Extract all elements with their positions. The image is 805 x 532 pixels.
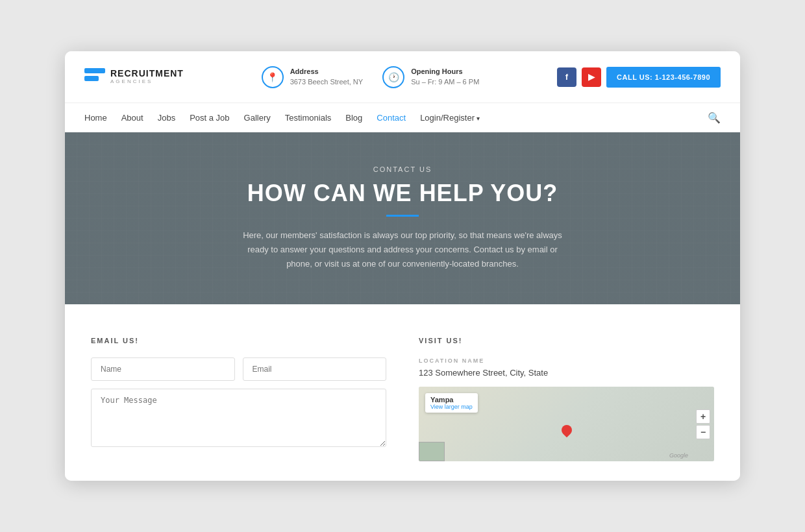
facebook-button[interactable]: f <box>557 67 576 87</box>
form-section-title: EMAIL US! <box>91 337 386 345</box>
location-icon: 📍 <box>262 66 284 88</box>
nav-items: Home About Jobs Post a Job Gallery Testi… <box>84 113 708 123</box>
logo-text: RECRUITMENT AGENCIES <box>110 69 184 84</box>
site-header: RECRUITMENT AGENCIES 📍 Address 3673 Beec… <box>65 51 740 103</box>
nav-gallery[interactable]: Gallery <box>244 113 271 123</box>
logo[interactable]: RECRUITMENT AGENCIES <box>84 68 184 86</box>
hero-section: CONTACT US HOW CAN WE HELP YOU? Here, ou… <box>65 132 740 304</box>
hero-title: HOW CAN WE HELP YOU? <box>234 180 571 207</box>
nav-post-job[interactable]: Post a Job <box>190 113 229 123</box>
search-icon[interactable]: 🔍 <box>708 112 721 124</box>
map-place-label: Yampa View larger map <box>425 393 478 413</box>
nav-about[interactable]: About <box>121 113 143 123</box>
hero-label: CONTACT US <box>234 165 571 173</box>
hero-content: CONTACT US HOW CAN WE HELP YOU? Here, ou… <box>234 165 571 271</box>
content-section: EMAIL US! VISIT US! LOCATION NAME 123 So… <box>65 304 740 481</box>
email-input[interactable] <box>243 357 387 381</box>
hero-divider <box>386 215 419 217</box>
form-name-email-row <box>91 357 386 381</box>
hours-info: 🕐 Opening Hours Su – Fr: 9 AM – 6 PM <box>382 66 479 88</box>
map-pin <box>560 425 573 442</box>
location-label: LOCATION NAME <box>419 357 714 364</box>
address-info: 📍 Address 3673 Beech Street, NY <box>262 66 364 88</box>
logo-icon <box>84 68 105 86</box>
zoom-in-button[interactable]: + <box>696 409 710 424</box>
nav-contact[interactable]: Contact <box>377 113 406 123</box>
nav-testimonials[interactable]: Testimonials <box>285 113 332 123</box>
header-right: f ▶ CALL US: 1-123-456-7890 <box>557 67 721 88</box>
brand-sub: AGENCIES <box>110 79 184 85</box>
nav-jobs[interactable]: Jobs <box>158 113 175 123</box>
main-nav: Home About Jobs Post a Job Gallery Testi… <box>65 103 740 132</box>
map-inner: Yampa View larger map + − Google <box>419 387 714 461</box>
brand-name: RECRUITMENT <box>110 69 184 79</box>
clock-icon: 🕐 <box>382 66 404 88</box>
header-info: 📍 Address 3673 Beech Street, NY 🕐 Openin… <box>184 66 557 88</box>
message-textarea[interactable] <box>91 389 386 447</box>
visit-section: VISIT US! LOCATION NAME 123 Somewhere St… <box>419 337 714 461</box>
call-button[interactable]: CALL US: 1-123-456-7890 <box>606 67 721 88</box>
map-container: Yampa View larger map + − Google <box>419 387 714 461</box>
name-input[interactable] <box>91 357 235 381</box>
google-logo: Google <box>669 452 688 459</box>
map-thumbnail <box>419 442 445 461</box>
zoom-out-button[interactable]: − <box>696 425 710 439</box>
nav-blog[interactable]: Blog <box>345 113 362 123</box>
address-text: Address 3673 Beech Street, NY <box>290 67 364 87</box>
hours-text: Opening Hours Su – Fr: 9 AM – 6 PM <box>411 67 479 87</box>
location-address: 123 Somewhere Street, City, State <box>419 368 714 378</box>
map-pin-head <box>559 423 574 438</box>
nav-login[interactable]: Login/Register <box>420 113 480 123</box>
visit-section-title: VISIT US! <box>419 337 714 345</box>
browser-window: RECRUITMENT AGENCIES 📍 Address 3673 Beec… <box>65 51 740 481</box>
map-controls: + − <box>696 409 710 439</box>
youtube-button[interactable]: ▶ <box>582 67 601 87</box>
email-form-section: EMAIL US! <box>91 337 419 461</box>
nav-home[interactable]: Home <box>84 113 107 123</box>
hero-description: Here, our members' satisfaction is alway… <box>234 228 571 271</box>
